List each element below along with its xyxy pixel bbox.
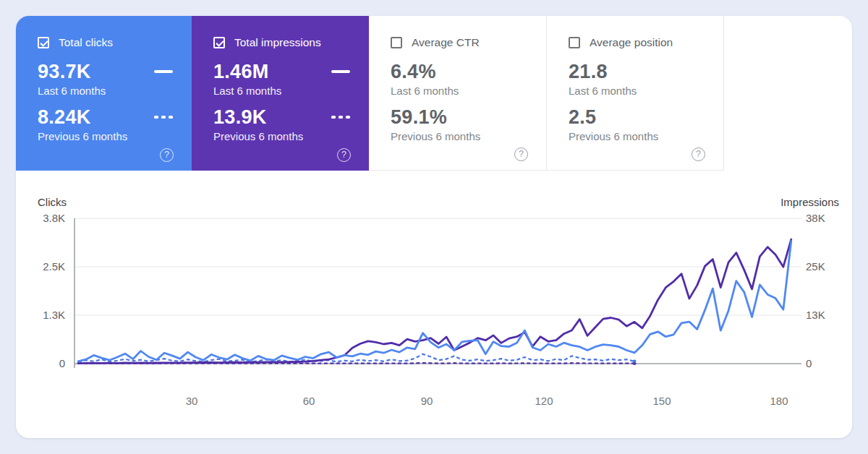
metric-card-total-clicks[interactable]: Total clicks 93.7K Last 6 months 8.24K P… bbox=[16, 16, 192, 171]
current-period-label: Last 6 months bbox=[213, 85, 350, 97]
help-icon[interactable]: ? bbox=[514, 147, 528, 161]
x-axis-tick: 30 bbox=[174, 395, 209, 407]
previous-value: 59.1% bbox=[391, 106, 447, 129]
metric-cards-row: Total clicks 93.7K Last 6 months 8.24K P… bbox=[16, 16, 852, 171]
cards-row-filler bbox=[724, 16, 852, 171]
previous-value-row: 13.9K bbox=[213, 106, 350, 128]
left-axis-title: Clicks bbox=[16, 196, 67, 209]
card-title: Total impressions bbox=[234, 36, 321, 49]
dashed-line-legend-icon bbox=[154, 116, 173, 119]
help-icon[interactable]: ? bbox=[337, 148, 351, 162]
help-icon[interactable]: ? bbox=[692, 147, 705, 161]
solid-line-legend-icon bbox=[331, 70, 350, 73]
search-performance-panel: Total clicks 93.7K Last 6 months 8.24K P… bbox=[16, 16, 852, 438]
previous-period-label: Previous 6 months bbox=[569, 130, 705, 142]
previous-value-row: 2.5 bbox=[569, 106, 705, 128]
previous-value: 8.24K bbox=[38, 106, 91, 129]
right-axis-title: Impressions bbox=[770, 196, 839, 209]
left-axis-tick: 3.8K bbox=[16, 212, 65, 225]
current-value-row: 6.4% bbox=[391, 61, 527, 82]
previous-value: 13.9K bbox=[213, 106, 267, 129]
average-ctr-checkbox-icon[interactable] bbox=[391, 37, 402, 48]
card-title-row: Average position bbox=[569, 36, 705, 49]
right-axis-tick: 25K bbox=[806, 260, 846, 273]
dashed-line-legend-icon bbox=[331, 116, 350, 119]
x-axis-tick: 120 bbox=[527, 395, 561, 407]
average-position-checkbox-icon[interactable] bbox=[569, 37, 580, 48]
current-period-label: Last 6 months bbox=[391, 85, 527, 97]
card-title: Average CTR bbox=[412, 36, 480, 49]
chart-series-layer bbox=[78, 239, 791, 365]
card-title: Average position bbox=[590, 36, 673, 49]
page: Total clicks 93.7K Last 6 months 8.24K P… bbox=[0, 0, 868, 454]
card-title-row: Total impressions bbox=[213, 36, 350, 49]
left-axis-tick: 0 bbox=[16, 357, 65, 370]
current-value-row: 1.46M bbox=[213, 61, 350, 82]
previous-value-row: 8.24K bbox=[38, 106, 173, 128]
current-value: 1.46M bbox=[213, 61, 269, 83]
previous-value-row: 59.1% bbox=[391, 106, 527, 128]
previous-value: 2.5 bbox=[569, 106, 596, 129]
right-axis-tick: 0 bbox=[806, 357, 846, 370]
metric-card-average-ctr[interactable]: Average CTR 6.4% Last 6 months 59.1% Pre… bbox=[369, 16, 547, 171]
help-icon[interactable]: ? bbox=[160, 148, 174, 162]
current-period-label: Last 6 months bbox=[38, 85, 173, 97]
current-value: 21.8 bbox=[569, 61, 608, 83]
previous-period-label: Previous 6 months bbox=[213, 130, 350, 142]
x-axis-tick: 60 bbox=[292, 395, 326, 407]
current-period-label: Last 6 months bbox=[569, 85, 705, 97]
previous-period-label: Previous 6 months bbox=[38, 130, 173, 142]
current-value: 93.7K bbox=[38, 61, 91, 83]
metric-card-average-position[interactable]: Average position 21.8 Last 6 months 2.5 … bbox=[547, 16, 724, 171]
left-axis-tick: 1.3K bbox=[16, 309, 65, 322]
right-axis-tick: 38K bbox=[806, 212, 846, 225]
x-axis-tick: 90 bbox=[409, 395, 444, 407]
solid-line-legend-icon bbox=[154, 70, 173, 73]
card-title: Total clicks bbox=[59, 36, 113, 49]
metric-card-total-impressions[interactable]: Total impressions 1.46M Last 6 months 13… bbox=[192, 16, 369, 171]
total-clicks-checkbox-icon[interactable] bbox=[38, 37, 49, 48]
left-axis-tick: 2.5K bbox=[16, 260, 65, 273]
current-value-row: 93.7K bbox=[38, 61, 173, 82]
card-title-row: Average CTR bbox=[391, 36, 527, 49]
total-impressions-checkbox-icon[interactable] bbox=[213, 37, 225, 48]
current-value: 6.4% bbox=[391, 61, 436, 83]
x-axis-tick: 180 bbox=[762, 395, 796, 407]
previous-period-label: Previous 6 months bbox=[391, 130, 527, 142]
current-value-row: 21.8 bbox=[569, 61, 705, 82]
x-axis-tick: 150 bbox=[644, 395, 679, 407]
card-title-row: Total clicks bbox=[38, 36, 173, 49]
right-axis-tick: 13K bbox=[806, 309, 846, 322]
